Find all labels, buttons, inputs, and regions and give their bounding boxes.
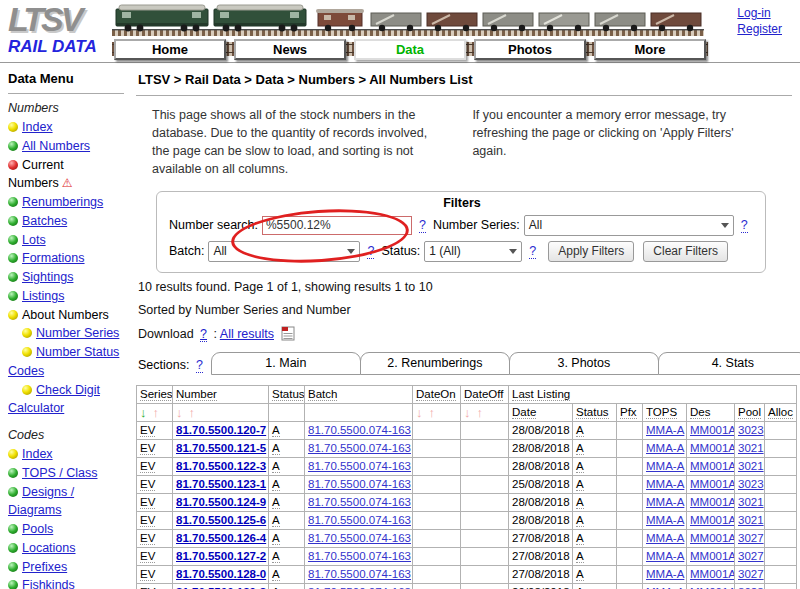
number-link[interactable]: 81.70.5500.128-0	[176, 568, 266, 580]
status-bullet-green-icon	[8, 487, 18, 497]
tops-link[interactable]: MMA-A	[646, 532, 684, 544]
sidebar-item-label[interactable]: Lots	[22, 233, 46, 247]
number-link[interactable]: 81.70.5500.126-4	[176, 532, 266, 544]
batch-link[interactable]: 81.70.5500.074-163	[308, 460, 411, 472]
wagon-icon	[371, 13, 421, 31]
batch-link[interactable]: 81.70.5500.074-163	[308, 424, 411, 436]
tops-link[interactable]: MMA-A	[646, 424, 684, 436]
tops-link[interactable]: MMA-A	[646, 568, 684, 580]
tops-link[interactable]: MMA-A	[646, 460, 684, 472]
pool-link[interactable]: 3027	[738, 550, 764, 562]
tab-4-stats[interactable]: 4. Stats	[658, 352, 800, 375]
des-link[interactable]: MM001A	[690, 568, 735, 580]
batch-link[interactable]: 81.70.5500.074-163	[308, 496, 411, 508]
nav-photos[interactable]: Photos	[474, 39, 586, 60]
pool-link[interactable]: 3023	[738, 478, 764, 490]
batch-link[interactable]: 81.70.5500.074-163	[308, 514, 411, 526]
site-logo[interactable]: LTSV RAIL DATA	[8, 2, 126, 55]
sidebar-item-label[interactable]: Renumberings	[22, 195, 103, 209]
number-link[interactable]: 81.70.5500.120-7	[176, 424, 266, 436]
sort-asc-icon[interactable]: ↑	[153, 405, 160, 420]
batch-link[interactable]: 81.70.5500.074-163	[308, 442, 411, 454]
sidebar-item-label[interactable]: Prefixes	[22, 560, 67, 574]
des-link[interactable]: MM001A	[690, 478, 735, 490]
des-link[interactable]: MM001A	[690, 550, 735, 562]
des-link[interactable]: MM001A	[690, 496, 735, 508]
download-all-results-link[interactable]: All results	[220, 327, 274, 341]
register-link[interactable]: Register	[737, 22, 782, 38]
pool-link[interactable]: 3023	[738, 424, 764, 436]
tab-2-renumberings[interactable]: 2. Renumberings	[360, 352, 510, 375]
pool-link[interactable]: 3021	[738, 514, 764, 526]
sidebar-item-label[interactable]: Sightings	[22, 270, 73, 284]
sidebar-item-label[interactable]: Fishkinds	[22, 578, 75, 589]
des-link[interactable]: MM001A	[690, 442, 735, 454]
number-link[interactable]: 81.70.5500.122-3	[176, 460, 266, 472]
des-link[interactable]: MM001A	[690, 424, 735, 436]
sort-asc-icon[interactable]: ↑	[477, 405, 484, 420]
batch-link[interactable]: 81.70.5500.074-163	[308, 532, 411, 544]
pool-link[interactable]: 3021	[738, 496, 764, 508]
pool-link[interactable]: 3021	[738, 442, 764, 454]
batch-help-link[interactable]: ?	[367, 244, 374, 259]
status-select[interactable]: 1 (All)	[424, 241, 522, 262]
cell-value: A	[573, 511, 617, 529]
sidebar-item-label[interactable]: Index	[22, 120, 53, 134]
tops-link[interactable]: MMA-A	[646, 550, 684, 562]
batch-link[interactable]: 81.70.5500.074-163	[308, 478, 411, 490]
cell-tops-link: MMA-A	[643, 511, 687, 529]
sidebar-item-label[interactable]: Pools	[22, 522, 53, 536]
nav-news[interactable]: News	[234, 39, 346, 60]
sort-asc-icon[interactable]: ↑	[429, 405, 436, 420]
sidebar-item-label[interactable]: Locations	[22, 541, 76, 555]
sort-desc-icon[interactable]: ↓	[176, 405, 183, 420]
tab-1-main[interactable]: 1. Main	[211, 352, 361, 375]
sort-desc-icon[interactable]: ↓	[140, 405, 147, 420]
pool-link[interactable]: 3021	[738, 460, 764, 472]
csv-file-icon[interactable]	[281, 326, 295, 341]
number-link[interactable]: 81.70.5500.124-9	[176, 496, 266, 508]
batch-link[interactable]: 81.70.5500.074-163	[308, 550, 411, 562]
sidebar-item-label[interactable]: TOPS / Class	[22, 466, 97, 480]
pool-link[interactable]: 3027	[738, 568, 764, 580]
pool-link[interactable]: 3027	[738, 532, 764, 544]
sort-asc-icon[interactable]: ↑	[189, 405, 196, 420]
des-link[interactable]: MM001A	[690, 532, 735, 544]
nav-data[interactable]: Data	[354, 39, 466, 60]
tops-link[interactable]: MMA-A	[646, 478, 684, 490]
number-link[interactable]: 81.70.5500.127-2	[176, 550, 266, 562]
sort-desc-icon[interactable]: ↓	[416, 405, 423, 420]
number-link[interactable]: 81.70.5500.123-1	[176, 478, 266, 490]
number-series-help-link[interactable]: ?	[741, 218, 748, 233]
number-link[interactable]: 81.70.5500.125-6	[176, 514, 266, 526]
sidebar-item-label[interactable]: Formations	[22, 251, 85, 265]
sidebar-item-label[interactable]: Batches	[22, 214, 67, 228]
sidebar-item-label[interactable]: Number Series	[36, 326, 119, 340]
batch-select[interactable]: All	[208, 241, 360, 262]
tops-link[interactable]: MMA-A	[646, 514, 684, 526]
status-help-link[interactable]: ?	[529, 244, 536, 259]
apply-filters-button[interactable]: Apply Filters	[548, 241, 634, 262]
status-bullet-green-icon	[8, 272, 18, 282]
tab-3-photos[interactable]: 3. Photos	[509, 352, 659, 375]
des-link[interactable]: MM001A	[690, 460, 735, 472]
clear-filters-button[interactable]: Clear Filters	[643, 241, 728, 262]
nav-more[interactable]: More	[594, 39, 706, 60]
sort-desc-icon[interactable]: ↓	[464, 405, 471, 420]
des-link[interactable]: MM001A	[690, 514, 735, 526]
sections-help-link[interactable]: ?	[196, 358, 203, 373]
download-help-link[interactable]: ?	[200, 327, 207, 342]
tops-link[interactable]: MMA-A	[646, 442, 684, 454]
number-search-input[interactable]	[262, 216, 412, 235]
number-link[interactable]: 81.70.5500.121-5	[176, 442, 266, 454]
nav-home[interactable]: Home	[114, 39, 226, 60]
number-series-select[interactable]: All	[524, 215, 734, 236]
batch-link[interactable]: 81.70.5500.074-163	[308, 568, 411, 580]
sidebar-item-label[interactable]: Designs / Diagrams	[8, 485, 74, 518]
sidebar-item-label[interactable]: Index	[22, 447, 53, 461]
sidebar-item-label[interactable]: Listings	[22, 289, 64, 303]
tops-link[interactable]: MMA-A	[646, 496, 684, 508]
number-search-help-link[interactable]: ?	[419, 218, 426, 233]
sidebar-item-label[interactable]: All Numbers	[22, 139, 90, 153]
login-link[interactable]: Log-in	[737, 6, 782, 22]
